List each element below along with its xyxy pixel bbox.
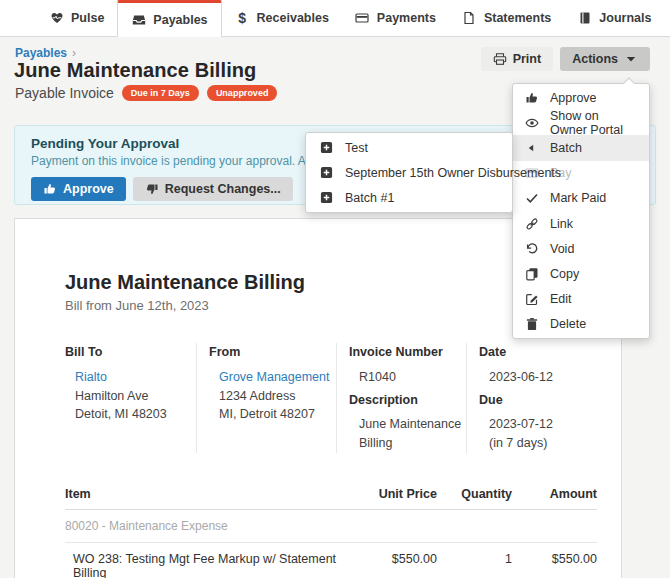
invoice-number-section: Invoice Number R1040 Description June Ma… bbox=[336, 343, 466, 453]
dollar-icon: $ bbox=[235, 11, 250, 26]
menu-item-label: Mark Paid bbox=[550, 191, 606, 205]
menu-item-label: Edit bbox=[550, 292, 572, 306]
actions-button[interactable]: Actions bbox=[560, 47, 650, 71]
due-date-value: 2023-07-12 bbox=[489, 415, 597, 434]
from-link[interactable]: Grove Management bbox=[219, 370, 329, 384]
submenu-item-test[interactable]: Test bbox=[306, 135, 512, 160]
tab-label: Payments bbox=[377, 11, 436, 25]
caret-down-icon bbox=[624, 52, 638, 66]
request-changes-button[interactable]: Request Changes... bbox=[133, 177, 293, 201]
from-address-line1: 1234 Address bbox=[219, 387, 336, 406]
menu-item-label: Delete bbox=[550, 317, 586, 331]
menu-item-link[interactable]: Link bbox=[513, 211, 649, 236]
header-buttons: Print Actions bbox=[481, 47, 650, 71]
menu-item-delete[interactable]: Delete bbox=[513, 312, 649, 337]
due-note: (in 7 days) bbox=[489, 434, 597, 453]
document-icon bbox=[462, 11, 477, 26]
approve-label: Approve bbox=[63, 182, 114, 196]
description-label: Description bbox=[349, 391, 466, 410]
item-column-header: Item bbox=[65, 487, 342, 501]
breadcrumb[interactable]: Payables› bbox=[15, 46, 76, 60]
tab-payables[interactable]: Payables bbox=[117, 0, 221, 37]
line-item-quantity: 1 bbox=[437, 552, 512, 578]
unapproved-badge: Unapproved bbox=[207, 85, 278, 101]
heart-icon bbox=[49, 11, 64, 26]
eye-icon bbox=[525, 116, 539, 130]
invoice-number-value: R1040 bbox=[349, 368, 466, 387]
unit-price-column-header: Unit Price bbox=[342, 487, 437, 501]
line-item-name: WO 238: Testing Mgt Fee Markup w/ Statem… bbox=[65, 552, 342, 578]
due-label: Due bbox=[479, 391, 597, 410]
menu-item-batch[interactable]: Batch bbox=[513, 135, 649, 160]
date-section: Date 2023-06-12 Due 2023-07-12 (in 7 day… bbox=[466, 343, 597, 453]
menu-item-label: Copy bbox=[550, 267, 579, 281]
menu-item-label: Show on Owner Portal bbox=[550, 109, 637, 137]
table-row: WO 238: Testing Mgt Fee Markup w/ Statem… bbox=[65, 543, 597, 578]
tab-pulse[interactable]: Pulse bbox=[36, 0, 117, 36]
due-badge: Due in 7 Days bbox=[122, 85, 199, 101]
menu-item-label: Approve bbox=[550, 91, 597, 105]
from-section: From Grove Management 1234 Address MI, D… bbox=[196, 343, 336, 453]
menu-item-mark-paid[interactable]: Mark Paid bbox=[513, 186, 649, 211]
tab-journals[interactable]: Journals bbox=[564, 0, 664, 36]
plus-square-icon bbox=[320, 191, 333, 204]
quantity-column-header: Quantity bbox=[437, 487, 512, 501]
submenu-item-label: Batch #1 bbox=[345, 191, 394, 205]
submenu-item-batch-1[interactable]: Batch #1 bbox=[306, 185, 512, 210]
tab-receivables[interactable]: $ Receivables bbox=[222, 0, 342, 36]
tab-label: Pulse bbox=[71, 11, 104, 25]
tab-label: Statements bbox=[484, 11, 551, 25]
batch-submenu: Test September 15th Owner Disbursements … bbox=[305, 132, 513, 213]
approve-button[interactable]: Approve bbox=[31, 177, 126, 201]
submenu-item-label: September 15th Owner Disbursements bbox=[345, 166, 561, 180]
menu-item-edit[interactable]: Edit bbox=[513, 287, 649, 312]
copy-icon bbox=[525, 267, 539, 281]
bill-to-address-line2: Detoit, MI 48203 bbox=[75, 405, 196, 424]
print-label: Print bbox=[513, 52, 541, 66]
tab-label: Receivables bbox=[257, 11, 329, 25]
tab-statements[interactable]: Statements bbox=[449, 0, 564, 36]
caret-left-icon bbox=[525, 141, 539, 155]
bill-to-section: Bill To Rialto Hamilton Ave Detoit, MI 4… bbox=[65, 343, 196, 453]
date-value: 2023-06-12 bbox=[479, 368, 597, 387]
book-icon bbox=[577, 11, 592, 26]
plus-square-icon bbox=[320, 166, 333, 179]
bill-to-label: Bill To bbox=[65, 343, 196, 362]
from-address-line2: MI, Detroit 48207 bbox=[219, 405, 336, 424]
edit-icon bbox=[525, 292, 539, 306]
request-changes-label: Request Changes... bbox=[165, 182, 281, 196]
line-item-amount: $550.00 bbox=[512, 552, 597, 578]
breadcrumb-link[interactable]: Payables bbox=[15, 46, 67, 60]
account-group-row: 80020 - Maintenance Expense bbox=[65, 510, 597, 543]
actions-label: Actions bbox=[572, 52, 618, 66]
invoice-info-grid: Bill To Rialto Hamilton Ave Detoit, MI 4… bbox=[65, 343, 597, 453]
line-items-table: Item Unit Price Quantity Amount 80020 - … bbox=[65, 479, 597, 578]
tab-label: Journals bbox=[599, 11, 651, 25]
tab-payments[interactable]: Payments bbox=[342, 0, 449, 36]
thumbs-down-icon bbox=[145, 182, 159, 196]
app-root: Pulse Payables $ Receivables Payments St… bbox=[0, 0, 670, 578]
undo-icon bbox=[525, 242, 539, 256]
inbox-icon bbox=[131, 13, 146, 28]
bill-to-address-line1: Hamilton Ave bbox=[75, 387, 196, 406]
menu-item-label: Link bbox=[550, 217, 573, 231]
thumbs-up-icon bbox=[525, 91, 539, 105]
page-subline: Payable Invoice Due in 7 Days Unapproved bbox=[15, 85, 277, 101]
check-icon bbox=[525, 191, 539, 205]
bill-to-link[interactable]: Rialto bbox=[75, 370, 107, 384]
menu-item-show-on-owner-portal[interactable]: Show on Owner Portal bbox=[513, 110, 649, 135]
menu-item-label: Void bbox=[550, 242, 574, 256]
menu-item-copy[interactable]: Copy bbox=[513, 261, 649, 286]
printer-icon bbox=[493, 52, 507, 66]
amount-column-header: Amount bbox=[512, 487, 597, 501]
date-label: Date bbox=[479, 343, 597, 362]
thumbs-up-icon bbox=[43, 182, 57, 196]
invoice-type-label: Payable Invoice bbox=[15, 85, 114, 101]
line-item-unit-price: $550.00 bbox=[342, 552, 437, 578]
menu-item-void[interactable]: Void bbox=[513, 236, 649, 261]
top-tab-bar: Pulse Payables $ Receivables Payments St… bbox=[0, 0, 670, 37]
print-button[interactable]: Print bbox=[481, 47, 553, 71]
chevron-right-icon: › bbox=[72, 46, 76, 60]
submenu-item-september-disbursements[interactable]: September 15th Owner Disbursements bbox=[306, 160, 512, 185]
link-icon bbox=[525, 217, 539, 231]
